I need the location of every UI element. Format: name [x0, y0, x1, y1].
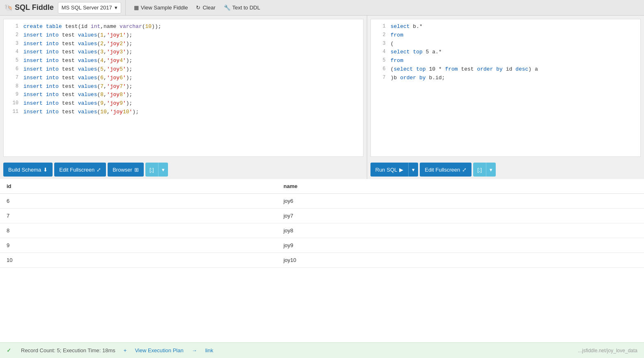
line-number: 1 [7, 23, 18, 31]
line-number: 6 [374, 65, 386, 74]
line-number: 8 [7, 83, 18, 91]
arrow-icon: → [192, 347, 197, 353]
left-code-line: 11insert into test values(10,'joy10'); [4, 108, 363, 117]
right-code-line: 6(select top 10 * from test order by id … [371, 65, 640, 74]
db-selector-label: MS SQL Server 2017 [62, 5, 112, 11]
line-number: 3 [7, 40, 18, 48]
cell-name: joy8 [277, 223, 644, 238]
right-code-line: 5from [371, 57, 640, 65]
line-number: 4 [7, 48, 18, 57]
clear-icon: ↻ [196, 5, 200, 11]
right-code-line: 2from [371, 31, 640, 40]
results-table-header: id name [0, 179, 644, 194]
header: 🐚 SQL Fiddle MS SQL Server 2017 ▾ ▦ View… [0, 0, 644, 16]
record-count-text: Record Count: 5; Execution Time: 18ms [21, 347, 115, 353]
cell-name: joy9 [277, 238, 644, 253]
code-text: insert into test values(9,'joy9'); [23, 99, 132, 108]
line-number: 9 [7, 91, 18, 99]
cell-name: joy7 [277, 209, 644, 223]
browser-button[interactable]: Browser ⊞ [108, 163, 144, 177]
left-code-line: 9insert into test values(8,'joy8'); [4, 91, 363, 99]
query-editor[interactable]: 1select b.*2from3(4select top 5 a.*5from… [370, 19, 641, 157]
table-row: 6joy6 [0, 194, 644, 209]
left-code-line: 1create table test(id int,name varchar(1… [4, 23, 363, 31]
left-code-line: 4insert into test values(3,'joy3'); [4, 48, 363, 57]
code-text: ( [391, 40, 394, 48]
left-code-line: 8insert into test values(7,'joy7'); [4, 83, 363, 91]
code-text: insert into test values(10,'joy10'); [23, 108, 139, 117]
text-to-ddl-button[interactable]: 🔧 Text to DDL [220, 0, 264, 16]
left-code-line: 10insert into test values(9,'joy9'); [4, 99, 363, 108]
code-text: insert into test values(7,'joy7'); [23, 83, 132, 91]
edit-fullscreen-right-label: Edit Fullscreen [425, 167, 460, 173]
logo: 🐚 SQL Fiddle [4, 3, 54, 12]
text-to-ddl-label: Text to DDL [232, 5, 260, 11]
results-header-row: id name [0, 179, 644, 194]
cell-id: 10 [0, 253, 277, 268]
table-row: 9joy9 [0, 238, 644, 253]
main-content: 1create table test(id int,name varchar(1… [0, 16, 644, 179]
edit-fullscreen-left-button[interactable]: Edit Fullscreen ⤢ [54, 163, 106, 177]
run-sql-group: Run SQL ▶ ▾ [370, 163, 418, 177]
edit-fullscreen-right-button[interactable]: Edit Fullscreen ⤢ [420, 163, 472, 177]
semicolon-right-dropdown[interactable]: ▾ [486, 163, 496, 177]
line-number: 7 [374, 74, 386, 83]
left-code-line: 3insert into test values(2,'joy2'); [4, 40, 363, 48]
table-row: 7joy7 [0, 209, 644, 223]
clear-button[interactable]: ↻ Clear [192, 0, 219, 16]
code-text: insert into test values(5,'joy5'); [23, 65, 132, 74]
col-header-id: id [0, 179, 277, 194]
left-code-line: 2insert into test values(1,'joy1'); [4, 31, 363, 40]
schema-editor[interactable]: 1create table test(id int,name varchar(1… [3, 19, 363, 157]
status-bar: ✓ Record Count: 5; Execution Time: 18ms … [0, 342, 644, 358]
results-body: 6joy67joy78joy89joy910joy10 [0, 194, 644, 268]
code-text: )b order by b.id; [391, 74, 445, 83]
code-text: from [391, 31, 403, 40]
semicolon-right-button[interactable]: [;] [473, 163, 486, 177]
line-number: 5 [7, 57, 18, 65]
db-selector-dropdown[interactable]: MS SQL Server 2017 ▾ [58, 2, 121, 14]
code-text: insert into test values(2,'joy2'); [23, 40, 132, 48]
code-text: select top 5 a.* [391, 48, 442, 57]
semicolon-left-dropdown[interactable]: ▾ [158, 163, 168, 177]
line-number: 11 [7, 108, 18, 117]
chevron-down-icon: ▾ [115, 5, 117, 11]
view-sample-fiddle-button[interactable]: ▦ View Sample Fiddle [130, 0, 192, 16]
table-row: 8joy8 [0, 223, 644, 238]
right-panel: 1select b.*2from3(4select top 5 a.*5from… [367, 16, 644, 179]
col-header-name: name [277, 179, 644, 194]
logo-text: SQL Fiddle [15, 3, 54, 12]
right-toolbar: Run SQL ▶ ▾ Edit Fullscreen ⤢ [;] ▾ [367, 160, 644, 179]
code-text: create table test(id int,name varchar(10… [23, 23, 161, 31]
line-number: 5 [374, 57, 386, 65]
left-toolbar: Build Schema ⬇ Edit Fullscreen ⤢ Browser… [0, 160, 367, 179]
line-number: 7 [7, 74, 18, 83]
build-schema-button[interactable]: Build Schema ⬇ [3, 163, 53, 177]
cell-id: 9 [0, 238, 277, 253]
edit-fullscreen-left-label: Edit Fullscreen [59, 167, 94, 173]
code-text: insert into test values(6,'joy6'); [23, 74, 132, 83]
build-schema-icon: ⬇ [43, 167, 48, 173]
results-table: id name 6joy67joy78joy89joy910joy10 [0, 179, 644, 268]
link-anchor[interactable]: link [205, 347, 214, 353]
code-text: from [391, 57, 403, 65]
semicolon-left-button[interactable]: [;] [145, 163, 158, 177]
fullscreen-left-icon: ⤢ [97, 167, 101, 173]
browser-icon: ⊞ [134, 167, 139, 173]
cell-id: 6 [0, 194, 277, 209]
code-text: (select top 10 * from test order by id d… [391, 65, 538, 74]
line-number: 2 [374, 31, 386, 40]
plus-icon: + [124, 347, 127, 353]
cell-id: 8 [0, 223, 277, 238]
line-number: 2 [7, 31, 18, 40]
line-number: 3 [374, 40, 386, 48]
run-sql-button[interactable]: Run SQL ▶ [370, 163, 408, 177]
build-schema-label: Build Schema [8, 167, 41, 173]
line-number: 6 [7, 65, 18, 74]
view-execution-plan-link[interactable]: View Execution Plan [135, 347, 183, 353]
right-code-line: 4select top 5 a.* [371, 48, 640, 57]
text-to-ddl-icon: 🔧 [224, 5, 230, 11]
left-code-line: 5insert into test values(4,'joy4'); [4, 57, 363, 65]
results-area: id name 6joy67joy78joy89joy910joy10 [0, 179, 644, 342]
run-sql-dropdown[interactable]: ▾ [408, 163, 418, 177]
